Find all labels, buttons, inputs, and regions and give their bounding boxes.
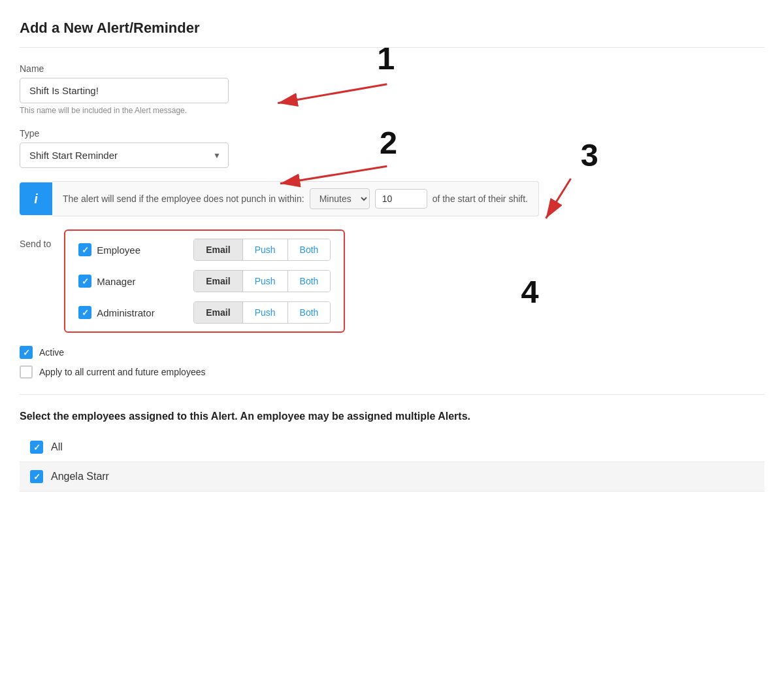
employee-label: Employee xyxy=(97,245,140,256)
administrator-btn-group: Email Push Both xyxy=(193,301,331,324)
send-to-section: Send to Employee Email Push Both Manager xyxy=(20,229,764,333)
employees-section-title: Select the employees assigned to this Al… xyxy=(20,411,764,422)
info-text-content: The alert will send if the employee does… xyxy=(52,181,539,216)
administrator-label: Administrator xyxy=(97,307,154,318)
name-field-section: Name This name will be included in the A… xyxy=(20,63,764,115)
info-icon: i xyxy=(20,182,52,215)
employee-list-item-angela: Angela Starr xyxy=(20,462,764,492)
employee-list-item-all: All xyxy=(20,433,764,462)
all-employees-checkbox[interactable] xyxy=(30,441,43,454)
employee-checkbox-label[interactable]: Employee xyxy=(78,243,183,256)
manager-label: Manager xyxy=(97,276,135,287)
administrator-checkbox[interactable] xyxy=(78,306,91,319)
apply-checkbox-row: Apply to all current and future employee… xyxy=(20,365,764,379)
employee-email-btn[interactable]: Email xyxy=(194,239,242,260)
page-title: Add a New Alert/Reminder xyxy=(20,20,764,48)
apply-label: Apply to all current and future employee… xyxy=(39,367,205,377)
administrator-checkbox-label[interactable]: Administrator xyxy=(78,306,183,319)
manager-both-btn[interactable]: Both xyxy=(288,271,331,292)
manager-checkbox-label[interactable]: Manager xyxy=(78,275,183,288)
section-divider xyxy=(20,394,764,395)
type-field-section: Type Shift Start Reminder Shift End Remi… xyxy=(20,128,764,168)
administrator-both-btn[interactable]: Both xyxy=(288,302,331,323)
send-to-box: Employee Email Push Both Manager Email P… xyxy=(64,229,345,333)
name-label: Name xyxy=(20,63,764,74)
active-checkbox-row: Active xyxy=(20,346,764,359)
type-select-wrapper: Shift Start Reminder Shift End Reminder … xyxy=(20,143,229,168)
manager-email-btn[interactable]: Email xyxy=(194,271,242,292)
info-circle-icon: i xyxy=(34,192,38,207)
recipient-row-administrator: Administrator Email Push Both xyxy=(78,301,331,324)
employees-section: Select the employees assigned to this Al… xyxy=(20,411,764,492)
name-hint: This name will be included in the Alert … xyxy=(20,106,764,115)
manager-push-btn[interactable]: Push xyxy=(243,271,288,292)
angela-starr-checkbox[interactable] xyxy=(30,470,43,483)
info-banner: i The alert will send if the employee do… xyxy=(20,181,764,216)
recipient-row-manager: Manager Email Push Both xyxy=(78,270,331,292)
apply-checkbox[interactable] xyxy=(20,365,33,379)
active-checkbox[interactable] xyxy=(20,346,33,359)
active-label: Active xyxy=(39,347,64,358)
send-to-label: Send to xyxy=(20,229,51,249)
recipient-row-employee: Employee Email Push Both xyxy=(78,239,331,261)
name-input[interactable] xyxy=(20,78,229,103)
minutes-unit-select[interactable]: Minutes Hours xyxy=(310,188,370,209)
employee-checkbox[interactable] xyxy=(78,243,91,256)
administrator-push-btn[interactable]: Push xyxy=(243,302,288,323)
administrator-email-btn[interactable]: Email xyxy=(194,302,242,323)
manager-checkbox[interactable] xyxy=(78,275,91,288)
manager-btn-group: Email Push Both xyxy=(193,270,331,292)
type-select[interactable]: Shift Start Reminder Shift End Reminder … xyxy=(20,143,229,168)
angela-starr-label: Angela Starr xyxy=(51,471,109,482)
minutes-value-input[interactable] xyxy=(375,189,427,209)
employee-push-btn[interactable]: Push xyxy=(243,239,288,260)
employee-btn-group: Email Push Both xyxy=(193,239,331,261)
type-label: Type xyxy=(20,128,764,139)
all-employees-label: All xyxy=(51,441,63,453)
employee-both-btn[interactable]: Both xyxy=(288,239,331,260)
info-text-after: of the start of their shift. xyxy=(433,194,528,204)
info-text-before: The alert will send if the employee does… xyxy=(63,194,304,204)
